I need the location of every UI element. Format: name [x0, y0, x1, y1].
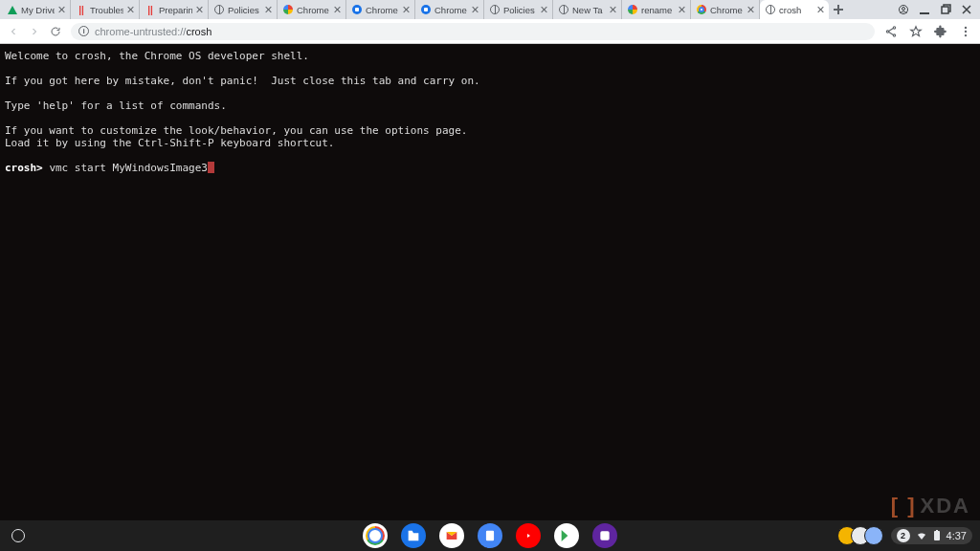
svg-point-8	[965, 30, 967, 32]
browser-tab[interactable]: Chrome	[415, 0, 484, 19]
browser-tab[interactable]: My Drive	[2, 0, 71, 19]
shelf-app-play[interactable]	[554, 523, 579, 548]
shelf-app-chrome[interactable]	[363, 523, 388, 548]
svg-rect-11	[600, 531, 609, 540]
notification-count: 2	[897, 529, 910, 542]
cursor	[208, 162, 214, 173]
browser-tab[interactable]: Chrome	[278, 0, 346, 19]
tab-favicon	[697, 5, 706, 14]
tab-close-button[interactable]	[679, 6, 686, 13]
tab-title: Chrome	[710, 5, 744, 15]
tab-favicon: ||	[77, 5, 86, 14]
svg-rect-10	[486, 531, 494, 541]
tab-close-button[interactable]	[817, 6, 825, 13]
tab-close-button[interactable]	[747, 6, 755, 13]
browser-tab[interactable]: ||Preparin	[140, 0, 209, 19]
clock: 4:37	[947, 530, 967, 541]
svg-point-6	[893, 33, 895, 35]
tab-close-button[interactable]	[265, 6, 273, 13]
tab-strip: My Drive||Troubles||PreparinPoliciesChro…	[0, 0, 980, 19]
extensions-icon[interactable]	[934, 25, 947, 38]
tab-title: crosh	[779, 5, 813, 15]
browser-tab[interactable]: Policies	[484, 0, 553, 19]
new-tab-button[interactable]	[829, 0, 848, 19]
svg-rect-2	[920, 12, 929, 14]
tab-title: rename	[641, 5, 675, 15]
bookmark-icon[interactable]	[909, 25, 923, 38]
reload-button[interactable]	[50, 26, 61, 37]
tab-favicon	[8, 5, 17, 14]
xda-watermark: [ ]XDA	[891, 496, 970, 517]
url-path: crosh	[186, 26, 212, 37]
back-button[interactable]	[8, 26, 19, 37]
tab-close-button[interactable]	[541, 6, 548, 13]
tab-favicon	[214, 5, 224, 14]
tab-close-button[interactable]	[334, 6, 342, 13]
browser-tab[interactable]: rename	[622, 0, 691, 19]
svg-point-4	[893, 26, 895, 28]
minimize-button[interactable]	[919, 4, 930, 15]
browser-tab[interactable]: ||Troubles	[71, 0, 140, 19]
share-icon[interactable]	[884, 25, 898, 38]
address-bar[interactable]: i chrome-untrusted://crosh	[71, 23, 875, 40]
shelf-app-app-alt[interactable]	[592, 523, 617, 548]
tab-close-button[interactable]	[127, 6, 135, 13]
tab-favicon	[283, 5, 293, 14]
status-tray[interactable]: 2 4:37	[891, 527, 972, 544]
svg-rect-13	[936, 530, 938, 531]
browser-tab[interactable]: Chrome	[691, 0, 760, 19]
site-info-icon[interactable]: i	[78, 26, 89, 36]
tab-favicon: ||	[145, 5, 155, 14]
tab-close-button[interactable]	[58, 6, 66, 13]
svg-point-5	[886, 30, 888, 32]
tab-title: Troubles	[90, 5, 123, 15]
menu-icon[interactable]	[959, 25, 972, 38]
tab-close-button[interactable]	[472, 6, 479, 13]
shelf-app-docs[interactable]	[478, 523, 502, 548]
command-input[interactable]: vmc start MyWindowsImage3	[49, 162, 208, 174]
shelf-app-gmail[interactable]	[439, 523, 464, 548]
browser-tab[interactable]: Policies	[209, 0, 278, 19]
tab-close-button[interactable]	[196, 6, 204, 13]
tab-favicon	[490, 5, 500, 14]
svg-rect-3	[942, 7, 948, 13]
prompt: crosh>	[5, 162, 43, 174]
tab-title: Chrome	[297, 5, 330, 15]
tab-title: Chrome	[434, 5, 468, 15]
restore-button[interactable]	[940, 4, 951, 15]
browser-tab[interactable]: Chrome	[346, 0, 415, 19]
shelf-app-files[interactable]	[401, 523, 426, 548]
svg-point-9	[965, 33, 967, 35]
tab-title: My Drive	[21, 5, 55, 15]
plus-icon	[834, 5, 843, 14]
tab-close-button[interactable]	[610, 6, 617, 13]
account-icon[interactable]	[898, 4, 909, 15]
svg-point-1	[902, 8, 905, 11]
tab-favicon	[628, 5, 637, 14]
tab-favicon	[559, 5, 568, 14]
tab-close-button[interactable]	[403, 6, 411, 13]
url-origin: chrome-untrusted://	[95, 26, 186, 37]
svg-rect-12	[934, 531, 940, 540]
tab-title: Policies	[228, 5, 261, 15]
tab-title: New Ta	[572, 5, 606, 15]
close-window-button[interactable]	[961, 4, 972, 15]
crosh-terminal[interactable]: Welcome to crosh, the Chrome OS develope…	[0, 44, 980, 520]
wifi-icon	[916, 530, 927, 541]
browser-tab[interactable]: New Ta	[553, 0, 622, 19]
shelf-app-youtube[interactable]	[516, 523, 541, 548]
forward-button[interactable]	[29, 26, 40, 37]
shelf: 2 4:37	[0, 520, 980, 551]
tab-title: Preparin	[159, 5, 192, 15]
battery-icon	[933, 530, 941, 541]
tab-favicon	[421, 5, 431, 14]
avatar-stack[interactable]	[843, 526, 883, 545]
tab-title: Policies	[503, 5, 537, 15]
browser-toolbar: i chrome-untrusted://crosh	[0, 19, 980, 44]
tab-title: Chrome	[366, 5, 399, 15]
tab-favicon	[766, 5, 775, 14]
tab-favicon	[352, 5, 362, 14]
svg-point-7	[965, 26, 967, 28]
browser-tab[interactable]: crosh	[760, 0, 829, 19]
launcher-button[interactable]	[11, 529, 25, 542]
